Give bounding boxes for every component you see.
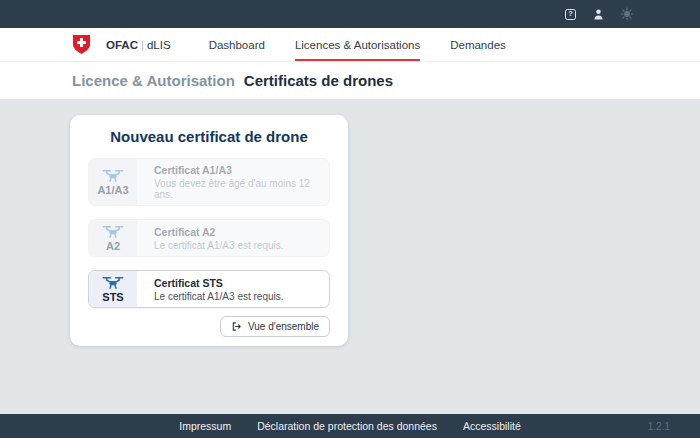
topbar: ? [0, 0, 700, 28]
user-button[interactable] [591, 7, 606, 22]
card-title: Nouveau certificat de drone [88, 128, 330, 146]
user-icon [592, 8, 605, 21]
badge-label: A1/A3 [97, 184, 128, 196]
page-title: Certificats de drones [244, 72, 393, 89]
main-nav: Dashboard Licences & Autorisations Deman… [209, 28, 506, 61]
badge-label: STS [102, 291, 123, 303]
overview-exit-icon [231, 321, 242, 332]
app-header: OFAC|dLIS Dashboard Licences & Autorisat… [0, 28, 700, 62]
certificate-options: A1/A3 Certificat A1/A3 Vous devez être â… [88, 158, 330, 308]
footer: Impressum Déclaration de protection des … [0, 414, 700, 438]
brand-separator: | [141, 39, 144, 51]
option-title: Certificat STS [154, 277, 319, 289]
brand-org: OFAC [106, 39, 138, 51]
drone-icon [102, 224, 124, 239]
option-title: Certificat A2 [154, 226, 319, 238]
theme-button[interactable] [619, 7, 634, 22]
option-badge: STS [89, 271, 137, 307]
sun-icon [620, 7, 634, 21]
option-text: Certificat STS Le certificat A1/A3 est r… [137, 271, 329, 307]
option-subtitle: Le certificat A1/A3 est requis. [154, 291, 319, 302]
option-subtitle: Le certificat A1/A3 est requis. [154, 240, 319, 251]
option-title: Certificat A1/A3 [154, 164, 319, 176]
option-certificat-a2: A2 Certificat A2 Le certificat A1/A3 est… [88, 219, 330, 257]
help-icon: ? [565, 9, 576, 20]
breadcrumb: Licence & Autorisation Certificats de dr… [0, 62, 700, 99]
option-text: Certificat A1/A3 Vous devez être âgé d'a… [137, 159, 329, 205]
footer-link-impressum[interactable]: Impressum [179, 420, 231, 432]
option-subtitle: Vous devez être âgé d'au moins 12 ans. [154, 178, 319, 200]
nav-item-licences-autorisations[interactable]: Licences & Autorisations [295, 28, 420, 61]
footer-link-accessibility[interactable]: Accessibilité [463, 420, 521, 432]
option-text: Certificat A2 Le certificat A1/A3 est re… [137, 220, 329, 256]
footer-link-privacy[interactable]: Déclaration de protection des données [257, 420, 437, 432]
brand-app: dLIS [147, 39, 171, 51]
overview-button[interactable]: Vue d'ensemble [220, 316, 330, 337]
option-badge: A2 [89, 220, 137, 256]
option-badge: A1/A3 [89, 159, 137, 205]
option-certificat-a1a3: A1/A3 Certificat A1/A3 Vous devez être â… [88, 158, 330, 206]
breadcrumb-section: Licence & Autorisation [72, 72, 235, 89]
brand: OFAC|dLIS [106, 39, 171, 51]
badge-label: A2 [106, 240, 120, 252]
new-certificate-card: Nouveau certificat de drone A1/A3 Certif… [70, 115, 348, 346]
help-button[interactable]: ? [563, 7, 578, 22]
option-certificat-sts[interactable]: STS Certificat STS Le certificat A1/A3 e… [88, 270, 330, 308]
nav-item-demandes[interactable]: Demandes [450, 28, 506, 61]
drone-icon [102, 275, 124, 290]
swiss-shield-logo [72, 34, 91, 55]
overview-button-label: Vue d'ensemble [248, 321, 319, 332]
drone-icon [102, 168, 124, 183]
content-area: Nouveau certificat de drone A1/A3 Certif… [0, 99, 700, 414]
nav-item-dashboard[interactable]: Dashboard [209, 28, 265, 61]
version-label: 1.2.1 [648, 421, 670, 432]
card-actions: Vue d'ensemble [88, 316, 330, 337]
